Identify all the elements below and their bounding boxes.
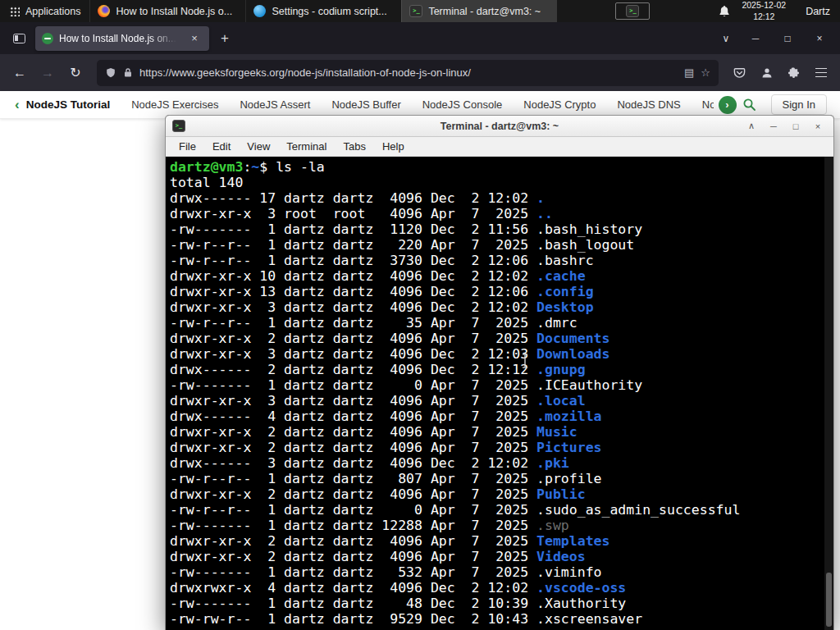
forward-button[interactable]: → [34,60,61,86]
puzzle-icon [788,66,800,79]
nav-item-nodejs-dns[interactable]: NodeJS DNS [617,98,680,111]
url-bar[interactable]: https://www.geeksforgeeks.org/node-js/in… [97,60,719,86]
terminal-line: -rw-r--r-- 1 dartz dartz 0 Apr 7 2025 .s… [170,502,740,518]
gfg-favicon [42,33,53,44]
terminal-line: -rw-r--r-- 1 dartz dartz 807 Apr 7 2025 … [170,471,602,486]
pocket-button[interactable] [727,60,752,85]
terminal-line: -rw------- 1 dartz dartz 12288 Apr 7 202… [170,518,569,533]
new-tab-button[interactable]: + [213,27,236,50]
bell-icon [719,5,730,17]
workspace-switcher[interactable]: >_ [615,2,650,20]
menu-button[interactable] [808,60,833,85]
menu-file[interactable]: File [171,139,203,154]
nav-scroll-right-chevron-icon[interactable]: › [719,96,737,114]
terminal-icon: >_ [409,5,422,17]
terminal-line: drwxr-xr-x 2 dartz dartz 4096 Apr 7 2025… [170,533,609,549]
terminal-line: drwxr-xr-x 13 dartz dartz 4096 Dec 2 12:… [170,284,594,299]
notifications-bell-icon[interactable] [719,5,730,17]
terminal-window: >_ Terminal - dartz@vm3: ~ ∧ ─ □ × File … [165,115,834,630]
terminal-line: -rw------- 1 dartz dartz 532 Apr 7 2025 … [170,564,602,580]
taskbar-title: Terminal - dartz@vm3: ~ [428,6,541,17]
menu-help[interactable]: Help [375,139,412,154]
extensions-button[interactable] [781,60,806,85]
terminal-close-button[interactable]: × [809,118,827,135]
terminal-line: drwx------ 3 dartz dartz 4096 Dec 2 12:0… [170,455,569,471]
taskbar-button-firefox[interactable]: How to Install Node.js o... [89,0,245,22]
terminal-window-controls: ∧ ─ □ × [742,118,827,135]
menu-view[interactable]: View [240,139,277,154]
terminal-line: -rw------- 1 dartz dartz 48 Dec 2 10:39 … [170,596,626,611]
window-close-button[interactable]: × [806,22,833,54]
menu-edit[interactable]: Edit [205,139,238,154]
account-icon [760,66,774,80]
terminal-line: -rw-r--r-- 1 dartz dartz 35 Apr 7 2025 .… [170,315,578,331]
applications-label: Applications [25,6,80,17]
terminal-shade-button[interactable]: ∧ [742,118,760,135]
reader-mode-icon[interactable]: ▤ [684,66,694,79]
nav-item-nodejs-tutorial[interactable]: NodeJS Tutorial [26,98,111,111]
nav-scroll-left-chevron-icon[interactable]: ‹ [8,97,26,113]
terminal-line: drwx------ 17 dartz dartz 4096 Dec 2 12:… [170,190,545,206]
window-maximize-button[interactable]: □ [774,22,801,54]
applications-menu-button[interactable]: Applications [0,0,89,22]
terminal-line: drwxrwxr-x 4 dartz dartz 4096 Dec 2 12:0… [170,580,626,596]
firefox-icon [98,5,110,17]
hamburger-icon [815,68,827,77]
taskbar-button-settings[interactable]: Settings - codium script... [245,0,401,22]
terminal-line: drwx------ 4 dartz dartz 4096 Apr 7 2025… [170,409,602,424]
terminal-line: drwxr-xr-x 2 dartz dartz 4096 Apr 7 2025… [170,440,602,455]
nav-item-nodejs-buffer[interactable]: NodeJS Buffer [331,98,400,111]
terminal-scrollbar[interactable] [824,157,833,630]
text-cursor [521,354,529,372]
tab-close-button[interactable]: × [186,30,203,47]
clock[interactable]: 2025-12-02 12:12 [742,0,786,21]
terminal-line: -rw-r--r-- 1 dartz dartz 220 Apr 7 2025 … [170,237,634,253]
terminal-line: -rw------- 1 dartz dartz 0 Apr 7 2025 .I… [170,377,642,393]
nav-item-nodejs-crypto[interactable]: NodeJS Crypto [523,98,596,111]
workspace-terminal-icon: >_ [626,5,639,17]
menu-terminal[interactable]: Terminal [279,139,334,154]
navigation-toolbar: ← → ↻ https://www.geeksforgeeks.org/node… [0,54,840,91]
nav-item-nodejs-assert[interactable]: NodeJS Assert [240,98,310,111]
window-minimize-button[interactable]: ─ [742,22,769,54]
taskbar-title: How to Install Node.js o... [116,6,232,17]
terminal-body[interactable]: dartz@vm3:~$ ls -la total 140 drwx------… [166,157,833,630]
terminal-output[interactable]: dartz@vm3:~$ ls -la total 140 drwx------… [166,157,833,629]
account-button[interactable] [754,60,779,85]
terminal-line: -rw------- 1 dartz dartz 1120 Dec 2 11:5… [170,221,642,237]
terminal-minimize-button[interactable]: ─ [765,118,783,135]
back-button[interactable]: ← [7,60,33,86]
user-menu[interactable]: Dartz [806,6,830,17]
taskbar-button-terminal[interactable]: >_ Terminal - dartz@vm3: ~ [401,0,557,22]
terminal-line: -rw-rw-r-- 1 dartz dartz 9529 Dec 2 10:4… [170,611,642,627]
sign-in-button[interactable]: Sign In [771,94,827,115]
terminal-titlebar[interactable]: >_ Terminal - dartz@vm3: ~ ∧ ─ □ × [166,116,833,137]
nav-item-nodejs-exercises[interactable]: NodeJS Exercises [131,98,218,111]
search-icon [742,98,756,112]
pocket-icon [733,66,746,79]
search-button[interactable] [737,94,763,116]
applications-grid-icon [9,6,20,16]
terminal-maximize-button[interactable]: □ [787,118,805,135]
nav-item-nodejs-console[interactable]: NodeJS Console [422,98,503,111]
terminal-line: drwxr-xr-x 3 dartz dartz 4096 Dec 2 12:0… [170,299,594,315]
tab-bar: How to Install Node.js on... × + ∨ ─ □ × [0,22,840,54]
bookmark-star-icon[interactable]: ☆ [701,66,710,79]
lock-icon[interactable] [123,67,133,78]
terminal-line: drwxr-xr-x 2 dartz dartz 4096 Apr 7 2025… [170,486,586,502]
shield-icon[interactable] [105,67,116,79]
url-text[interactable]: https://www.geeksforgeeks.org/node-js/in… [139,66,678,79]
firefox-view-button[interactable] [7,27,31,50]
menu-tabs[interactable]: Tabs [336,139,372,154]
terminal-line: drwxr-xr-x 3 dartz dartz 4096 Dec 2 12:0… [170,346,609,362]
nav-item-truncated[interactable]: Node [702,98,714,111]
terminal-title: Terminal - dartz@vm3: ~ [166,121,833,132]
reload-button[interactable]: ↻ [62,60,89,86]
terminal-line: drwxr-xr-x 10 dartz dartz 4096 Dec 2 12:… [170,268,586,284]
terminal-line: drwxr-xr-x 2 dartz dartz 4096 Apr 7 2025… [170,331,609,346]
tab-geeksforgeeks[interactable]: How to Install Node.js on... × [35,26,209,51]
list-all-tabs-button[interactable]: ∨ [714,27,737,50]
terminal-line: drwxr-xr-x 2 dartz dartz 4096 Apr 7 2025… [170,549,586,564]
terminal-scrollbar-thumb[interactable] [826,573,832,627]
gfg-nav-items: NodeJS Tutorial NodeJS Exercises NodeJS … [26,98,714,111]
